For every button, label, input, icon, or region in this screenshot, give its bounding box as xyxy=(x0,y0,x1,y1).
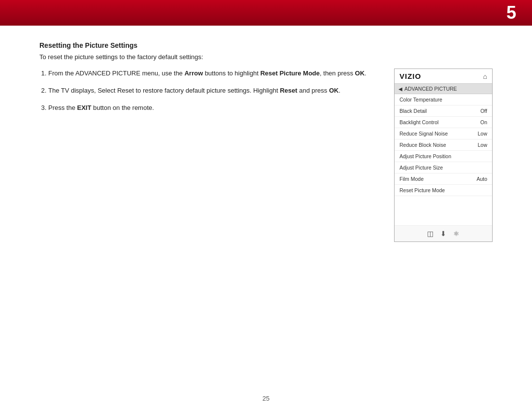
page-number: 5 xyxy=(506,2,516,23)
bottom-page-number: 25 xyxy=(0,395,532,402)
tv-submenu-bar: ◀ ADVANCED PICTURE xyxy=(395,84,492,94)
menu-item-label: Reduce Signal Noise xyxy=(399,131,448,137)
menu-item-picture-position[interactable]: Adjust Picture Position xyxy=(395,151,492,162)
tv-menu-list: Color Temperature Black Detail Off Backl… xyxy=(395,94,492,226)
home-icon: ⌂ xyxy=(483,72,487,80)
menu-item-label: Reduce Block Noise xyxy=(399,142,446,148)
menu-item-reset-picture[interactable]: Reset Picture Mode xyxy=(395,185,492,196)
tv-icon-screen: ◫ xyxy=(427,230,433,238)
menu-item-label: Film Mode xyxy=(399,176,424,182)
tv-footer: ◫ ⬇ ⚛ xyxy=(395,226,492,241)
menu-item-film-mode[interactable]: Film Mode Auto xyxy=(395,173,492,185)
section-title: Resetting the Picture Settings xyxy=(39,41,493,49)
page-footer-number: 25 xyxy=(263,395,269,402)
tv-header: VIZIO ⌂ xyxy=(395,69,492,84)
menu-item-backlight[interactable]: Backlight Control On xyxy=(395,117,492,128)
instructions: From the ADVANCED PICTURE menu, use the … xyxy=(39,68,378,120)
menu-item-label: Black Detail xyxy=(399,108,427,114)
menu-item-picture-size[interactable]: Adjust Picture Size xyxy=(395,162,492,173)
menu-item-block-noise[interactable]: Reduce Block Noise Low xyxy=(395,139,492,151)
tv-icon-down: ⬇ xyxy=(440,230,446,238)
submenu-label: ADVANCED PICTURE xyxy=(404,86,457,92)
menu-item-label: Adjust Picture Size xyxy=(399,165,443,171)
menu-item-signal-noise[interactable]: Reduce Signal Noise Low xyxy=(395,128,492,139)
main-content: Resetting the Picture Settings To reset … xyxy=(0,26,532,258)
menu-item-value: Auto xyxy=(476,176,487,182)
tv-screen-mockup: VIZIO ⌂ ◀ ADVANCED PICTURE Color Tempera… xyxy=(394,68,493,242)
back-arrow-icon: ◀ xyxy=(399,86,402,92)
menu-item-color-temp[interactable]: Color Temperature xyxy=(395,94,492,105)
menu-item-label: Backlight Control xyxy=(399,119,438,125)
menu-item-value: Low xyxy=(478,131,487,137)
menu-item-value: Low xyxy=(478,142,487,148)
tv-icon-settings: ⚛ xyxy=(453,230,460,238)
menu-item-black-detail[interactable]: Black Detail Off xyxy=(395,105,492,117)
menu-item-value: Off xyxy=(480,108,487,114)
menu-item-value: On xyxy=(480,119,487,125)
empty-area xyxy=(395,196,492,226)
step-1: From the ADVANCED PICTURE menu, use the … xyxy=(48,68,378,79)
tv-brand: VIZIO xyxy=(399,72,421,80)
menu-item-label: Reset Picture Mode xyxy=(399,187,445,193)
two-column-layout: From the ADVANCED PICTURE menu, use the … xyxy=(39,68,493,242)
menu-item-label: Adjust Picture Position xyxy=(399,153,451,159)
step-2: The TV displays, Select Reset to restore… xyxy=(48,86,378,96)
menu-item-label: Color Temperature xyxy=(399,97,442,103)
top-bar: 5 xyxy=(0,0,532,26)
step-3: Press the EXIT button on the remote. xyxy=(48,103,378,113)
intro-text: To reset the picture settings to the fac… xyxy=(39,53,493,61)
